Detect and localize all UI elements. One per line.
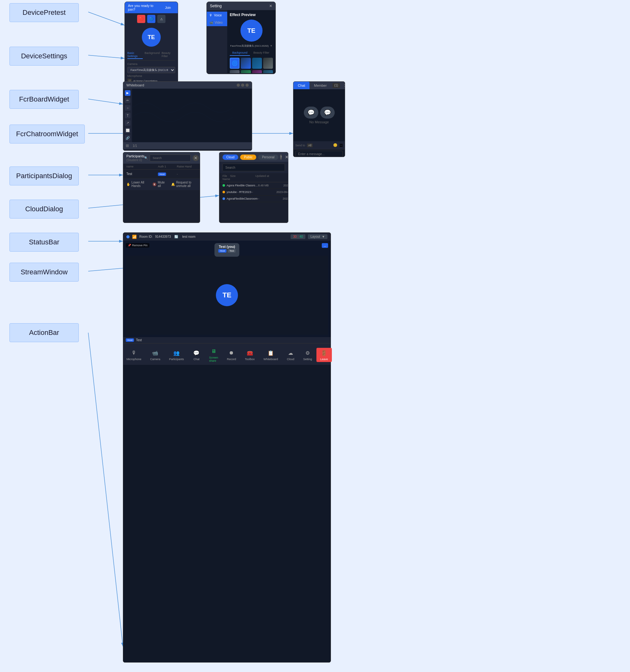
chat-emoji-button[interactable]: 😊 xyxy=(333,143,337,147)
cloud-header: Cloud Public Personal ? ✕ xyxy=(219,152,288,162)
cloud-tab-personal[interactable]: Personal xyxy=(258,154,278,160)
whiteboard-label: Whiteboard xyxy=(263,358,278,361)
video-icon: 📹 xyxy=(209,21,213,24)
chat-header: Chat Member (1) ✕ xyxy=(294,82,345,89)
wb-ctrl-3 xyxy=(246,83,249,87)
label-fcr-board-widget: FcrBoardWidget xyxy=(9,90,79,109)
wb-tool-arrow[interactable]: ↗ xyxy=(125,120,130,126)
action-participants[interactable]: 👥 Participants xyxy=(165,348,188,362)
cloud-file-row-1[interactable]: Agora Flexible Classroom v2.1 Demo in...… xyxy=(219,182,288,189)
effect-tab-background[interactable]: Background xyxy=(230,50,250,56)
refresh-icon[interactable]: 🔄 xyxy=(174,235,178,238)
cloud-file-row-2[interactable]: youtube - RTE2023 -- 2023-09-04 10:18 xyxy=(219,189,288,195)
pretest-join-button[interactable]: Join xyxy=(161,5,175,11)
chat-bubble-area: 💬 💬 xyxy=(304,106,335,119)
chat-close-button[interactable]: ✕ xyxy=(341,82,345,89)
voice-icon: 🎙 xyxy=(209,14,212,17)
remove-pin-button[interactable]: 📌 Remove Pin xyxy=(126,243,149,247)
whiteboard-canvas[interactable] xyxy=(132,89,252,142)
pretest-avatar: TE xyxy=(142,28,161,47)
svg-line-3 xyxy=(88,99,123,104)
action-record[interactable]: ⏺ Record xyxy=(223,348,241,362)
main-video-area: TE xyxy=(126,256,328,335)
effect-cam-label: FaceTime高清摄像头 (01C1:8192) ▼ xyxy=(230,44,273,48)
layout-button[interactable]: Layout ▼ xyxy=(308,234,327,239)
record-icon: ⏺ xyxy=(228,349,235,357)
cloud-file-name-1: Agora Flexible Classroom v2.1 Demo in... xyxy=(223,184,258,187)
action-cloud[interactable]: ☁ Cloud xyxy=(282,348,299,362)
settings-voice-label: Voice xyxy=(214,14,222,17)
microphone-label: Microphone xyxy=(126,358,141,361)
wb-tool-text[interactable]: T xyxy=(125,113,130,118)
cloud-search-input[interactable] xyxy=(223,164,285,171)
participant-name: Test xyxy=(126,172,158,176)
wb-tool-circle[interactable]: ○ xyxy=(125,105,130,111)
tab-background[interactable]: Background xyxy=(145,51,160,59)
chat-footer: Send to All 😊 🖼 xyxy=(294,141,345,149)
mic-section-label: Microphone xyxy=(127,74,175,77)
timer-badge: 30 : 40 xyxy=(291,234,305,239)
tab-beauty-filter[interactable]: Beauty Filter xyxy=(162,51,175,59)
participants-search-input[interactable] xyxy=(150,154,191,162)
bottom-name: Test xyxy=(136,338,142,342)
wb-grid-icon[interactable]: ⊞ xyxy=(126,143,129,148)
action-toolbox[interactable]: 🧰 Toolbox xyxy=(241,348,259,362)
action-leave[interactable]: 🚪 Leave xyxy=(317,348,332,362)
label-status-bar: StatusBar xyxy=(9,233,79,251)
background-grid: 🌀 xyxy=(230,58,273,73)
lower-all-hands-button[interactable]: ✋ Lower All Hands xyxy=(126,181,146,188)
pretest-icon-blue[interactable]: 🔵 xyxy=(147,15,155,23)
action-camera[interactable]: 📹 Camera xyxy=(146,348,165,362)
bg-option-3[interactable] xyxy=(263,58,273,69)
label-action-bar: ActionBar xyxy=(9,323,79,342)
cloud-tab-cloud[interactable]: Cloud xyxy=(223,154,238,160)
action-microphone[interactable]: 🎙 Microphone xyxy=(122,348,146,362)
bg-option-6[interactable] xyxy=(252,70,262,73)
effect-tab-beauty[interactable]: Beauty Filter xyxy=(251,50,272,56)
timer-red: 30 xyxy=(293,235,297,238)
wb-tool-eraser[interactable]: 🔗 xyxy=(125,135,130,141)
file-dot-3 xyxy=(223,197,225,200)
action-whiteboard[interactable]: 📋 Whiteboard xyxy=(259,348,282,362)
bg-option-7[interactable] xyxy=(263,70,273,73)
setting-icon: ⚙ xyxy=(304,349,311,357)
chat-tab-member[interactable]: Member xyxy=(309,82,331,89)
bg-option-2[interactable] xyxy=(252,58,262,69)
bg-option-5[interactable] xyxy=(241,70,251,73)
settings-sidebar-voice[interactable]: 🎙 Voice xyxy=(207,12,227,19)
request-unmute-button[interactable]: 🔔 Request to unmute all xyxy=(171,181,197,188)
action-setting[interactable]: ⚙ Setting xyxy=(299,348,317,362)
cloud-file-row-3[interactable]: AgoraFlexibleClassroom -- 2023-09-04 10:… xyxy=(219,195,288,202)
cloud-close-button[interactable]: ✕ xyxy=(285,154,288,160)
cloud-help-button[interactable]: ? xyxy=(280,154,282,160)
action-chat[interactable]: 💬 Chat xyxy=(188,348,204,362)
bg-option-1[interactable] xyxy=(241,58,251,69)
mute-all-button[interactable]: 🔇 Mute all xyxy=(153,181,165,188)
wb-tool-rect[interactable]: ⬜ xyxy=(125,128,130,134)
table-row: Test Host - 📷 🎙 - - xyxy=(123,170,200,178)
toolbox-label: Toolbox xyxy=(245,358,255,361)
settings-sidebar-video[interactable]: 📹 Video xyxy=(207,19,227,26)
cloud-icon: ☁ xyxy=(287,349,294,357)
chat-tab-chat[interactable]: Chat xyxy=(294,82,309,89)
svg-line-2 xyxy=(88,55,125,58)
participants-close-button[interactable]: ✕ xyxy=(193,155,199,161)
wb-tool-select[interactable]: ▶ xyxy=(125,90,130,96)
wb-tool-pen[interactable]: ✏ xyxy=(125,98,130,103)
camera-device-select[interactable]: FaceTime高清摄像头 (01C1:8192) xyxy=(127,67,175,73)
room-id-label: Room ID: xyxy=(139,235,153,238)
cloud-tab-public[interactable]: Public xyxy=(240,154,256,160)
chat-image-button[interactable]: 🖼 xyxy=(339,143,343,147)
chat-member-badge: (1) xyxy=(332,83,340,88)
chat-message-input[interactable] xyxy=(295,151,343,157)
settings-close-button[interactable]: ✕ xyxy=(269,4,272,8)
bg-blur-option[interactable]: 🌀 xyxy=(230,58,240,69)
pretest-icon-red[interactable]: 🔴 xyxy=(137,15,145,23)
bg-option-4[interactable] xyxy=(230,70,240,73)
chat-send-to-value[interactable]: All xyxy=(307,143,313,147)
whiteboard-footer: ⊞ 1/1 xyxy=(123,142,252,149)
action-screen-share[interactable]: 🖥 Screen share xyxy=(204,346,223,364)
label-stream-window: StreamWindow xyxy=(9,263,79,282)
tab-basic-settings[interactable]: Basic Settings xyxy=(127,51,143,59)
stream-options-button[interactable]: ... xyxy=(322,243,328,248)
